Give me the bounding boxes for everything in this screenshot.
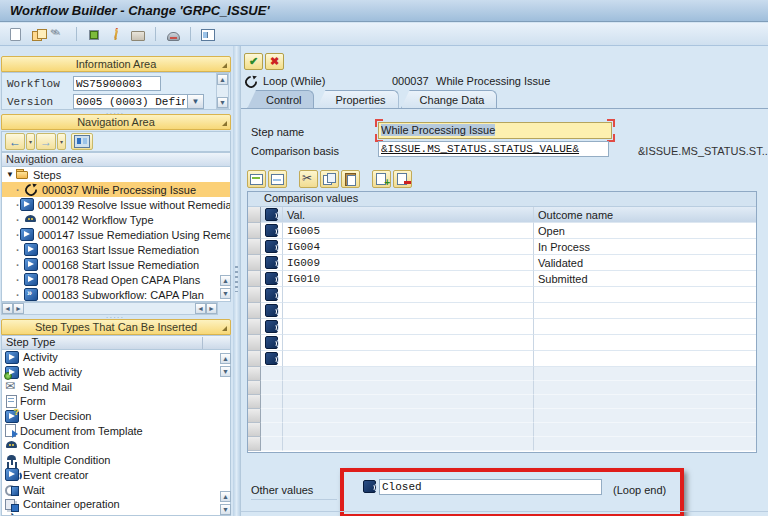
scroll-right-icon[interactable]: ►: [206, 303, 217, 314]
scroll-left-icon[interactable]: ◄: [2, 303, 13, 314]
scroll-down-icon[interactable]: ▼: [220, 366, 231, 377]
step-type-item[interactable]: Container operation: [2, 497, 230, 512]
append-row-button[interactable]: [268, 170, 287, 188]
step-name-field[interactable]: While Processing Issue: [378, 122, 612, 139]
version-dropdown-button[interactable]: ▼: [188, 94, 204, 109]
confirm-button[interactable]: ✔: [244, 53, 263, 70]
comparison-basis-input[interactable]: [378, 141, 609, 157]
row-selector[interactable]: [248, 423, 261, 437]
collapse-icon[interactable]: ▼: [6, 170, 16, 179]
pencils-button[interactable]: [50, 25, 68, 43]
panel-divider[interactable]: [233, 46, 240, 516]
table-row[interactable]: [248, 437, 756, 451]
row-selector[interactable]: [248, 319, 261, 335]
keyboard-button[interactable]: [129, 25, 147, 43]
scroll-up-icon[interactable]: ▲: [220, 491, 231, 502]
scroll-right-icon[interactable]: ►: [13, 303, 24, 314]
row-selector[interactable]: [248, 335, 261, 351]
row-selector-header[interactable]: [248, 207, 261, 223]
step-type-item[interactable]: Form: [2, 394, 230, 409]
row-selector[interactable]: [248, 255, 261, 271]
delete-line-button[interactable]: [393, 170, 412, 188]
binding-icon[interactable]: [265, 352, 278, 365]
tree-item[interactable]: ·000037 While Processing Issue: [2, 182, 230, 197]
forward-button[interactable]: →: [36, 133, 56, 150]
step-type-item[interactable]: User Decision: [2, 409, 230, 424]
row-selector[interactable]: [248, 271, 261, 287]
outcome-column-header[interactable]: Outcome name: [534, 207, 756, 223]
workflow-input[interactable]: [73, 76, 161, 91]
binding-column-header[interactable]: [261, 207, 283, 223]
paste-button[interactable]: [341, 170, 360, 188]
scroll-left-icon[interactable]: ◄: [195, 303, 206, 314]
row-selector[interactable]: [248, 351, 261, 367]
binding-icon[interactable]: [265, 304, 278, 317]
binding-icon[interactable]: [265, 336, 278, 349]
table-row[interactable]: [248, 367, 756, 381]
information-area-header[interactable]: Information Area: [1, 56, 231, 72]
scroll-down-icon[interactable]: ▼: [217, 97, 228, 108]
row-selector[interactable]: [248, 381, 261, 395]
tree-item[interactable]: ·000178 Read Open CAPA Plans: [2, 272, 230, 287]
copy-button[interactable]: [28, 25, 46, 43]
tab-control[interactable]: Control: [247, 90, 314, 109]
back-button[interactable]: ←: [5, 133, 25, 150]
binding-icon[interactable]: [265, 240, 278, 253]
table-row[interactable]: [248, 287, 756, 303]
step-type-item[interactable]: Multiple Condition: [2, 453, 230, 468]
insert-row-button[interactable]: [247, 170, 266, 188]
information-area-scrollbar[interactable]: ▲ ▼: [216, 73, 229, 109]
tree-item[interactable]: ·000163 Start Issue Remediation: [2, 242, 230, 257]
workflow-view-button[interactable]: [71, 133, 93, 150]
tab-properties[interactable]: Properties: [316, 90, 398, 109]
row-selector[interactable]: [248, 303, 261, 319]
row-selector[interactable]: [248, 409, 261, 423]
step-type-item[interactable]: Activity: [2, 350, 230, 365]
tree-item[interactable]: ·000147 Issue Remediation Using Remed: [2, 227, 230, 242]
table-row[interactable]: [248, 395, 756, 409]
step-type-column-header[interactable]: Step Type: [1, 335, 231, 350]
tree-root-steps[interactable]: ▼ Steps: [2, 167, 230, 182]
scroll-up-icon[interactable]: ▲: [220, 353, 231, 364]
scroll-up-icon[interactable]: ▲: [220, 275, 231, 286]
val-column-header[interactable]: Val.: [283, 207, 534, 223]
table-row[interactable]: [248, 409, 756, 423]
table-row[interactable]: IG004In Process: [248, 239, 756, 255]
step-type-item[interactable]: Process Control: [2, 512, 230, 516]
step-types-header[interactable]: Step Types That Can Be Inserted: [1, 319, 231, 335]
scroll-down-icon[interactable]: ▼: [220, 504, 231, 515]
row-selector[interactable]: [248, 395, 261, 409]
tree-item[interactable]: ·000168 Start Issue Remediation: [2, 257, 230, 272]
step-type-item[interactable]: Wait: [2, 482, 230, 497]
tab-change-data[interactable]: Change Data: [401, 90, 498, 109]
step-type-item[interactable]: Send Mail: [2, 379, 230, 394]
table-row[interactable]: [248, 319, 756, 335]
version-select[interactable]: ▼: [73, 94, 204, 109]
table-row[interactable]: [248, 381, 756, 395]
scroll-down-icon[interactable]: ▼: [220, 288, 231, 299]
generate-button[interactable]: [85, 25, 103, 43]
step-type-item[interactable]: Web activity: [2, 365, 230, 380]
tree-item[interactable]: ·000142 Workflow Type: [2, 212, 230, 227]
hat-button[interactable]: [164, 25, 182, 43]
step-type-scrollbar[interactable]: ▲ ▼ ▲ ▼: [219, 351, 232, 515]
table-row[interactable]: [248, 423, 756, 437]
version-value[interactable]: [73, 94, 188, 109]
binding-icon[interactable]: [265, 288, 278, 301]
navigation-area-header[interactable]: Navigation Area: [1, 114, 231, 130]
table-row[interactable]: [248, 335, 756, 351]
row-selector[interactable]: [248, 437, 261, 451]
row-selector[interactable]: [248, 367, 261, 381]
table-row[interactable]: IG009Validated: [248, 255, 756, 271]
step-type-item[interactable]: Event creator: [2, 468, 230, 483]
tree-vertical-scrollbar[interactable]: ▲ ▼: [219, 167, 232, 302]
table-row[interactable]: IG010Submitted: [248, 271, 756, 287]
table-row[interactable]: IG005Open: [248, 223, 756, 239]
back-dropdown-button[interactable]: ▾: [26, 133, 35, 150]
cut-button[interactable]: [299, 170, 318, 188]
binding-icon[interactable]: [265, 256, 278, 269]
cancel-button[interactable]: ✖: [265, 53, 284, 70]
step-type-item[interactable]: Document from Template: [2, 423, 230, 438]
insert-line-button[interactable]: [372, 170, 391, 188]
scroll-up-icon[interactable]: ▲: [217, 74, 228, 85]
